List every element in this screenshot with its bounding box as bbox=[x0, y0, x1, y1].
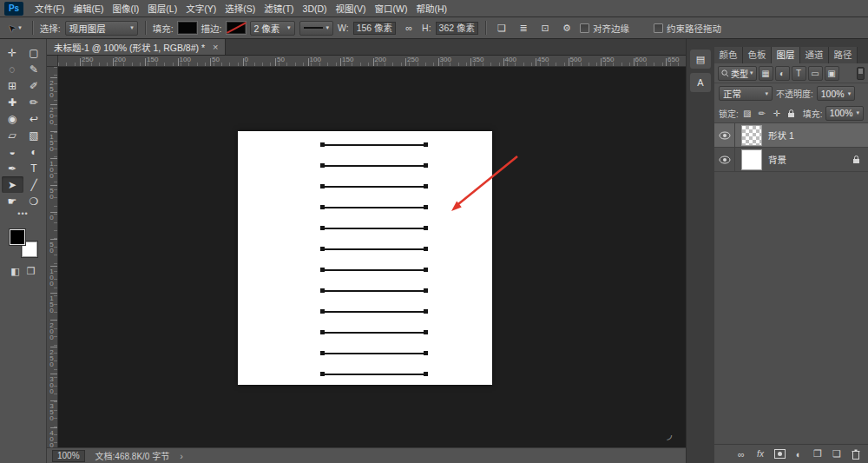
new-layer-button[interactable]: ❏ bbox=[831, 447, 843, 461]
path-operations-button[interactable]: ❏ bbox=[493, 20, 510, 36]
gradient-tool[interactable]: ▧ bbox=[23, 127, 45, 143]
menu-3d[interactable]: 3D(D) bbox=[299, 0, 332, 17]
hand-tool[interactable]: ☛ bbox=[2, 193, 23, 209]
layer-name[interactable]: 形状 1 bbox=[768, 129, 794, 142]
layer-row-background[interactable]: 背景 bbox=[714, 148, 868, 172]
line-shape bbox=[325, 186, 424, 188]
status-expand-arrow[interactable]: › bbox=[180, 451, 183, 461]
lock-transparency-icon[interactable]: ▨ bbox=[741, 107, 753, 120]
visibility-cell[interactable] bbox=[714, 123, 735, 147]
healing-brush-tool[interactable]: ✚ bbox=[2, 94, 23, 110]
tab-layers[interactable]: 图层 bbox=[772, 47, 800, 63]
filter-type-layers-icon[interactable]: T bbox=[792, 66, 806, 81]
filter-smart-objects-icon[interactable]: ▣ bbox=[825, 66, 839, 81]
lock-position-icon[interactable]: ✛ bbox=[771, 107, 783, 120]
tab-color[interactable]: 颜色 bbox=[714, 47, 743, 63]
new-group-button[interactable]: ❐ bbox=[812, 447, 824, 461]
height-field[interactable]: 362 像素 bbox=[436, 22, 478, 35]
menu-window[interactable]: 窗口(W) bbox=[371, 0, 412, 17]
edit-toolbar-button[interactable]: ••• bbox=[17, 209, 28, 221]
foreground-color-swatch[interactable] bbox=[10, 229, 25, 245]
clone-stamp-tool[interactable]: ◉ bbox=[2, 110, 23, 127]
eyedropper-tool[interactable]: ✐ bbox=[23, 77, 45, 94]
align-edges-option[interactable]: 对齐边缘 bbox=[580, 22, 629, 35]
link-layers-button[interactable]: ∞ bbox=[735, 447, 747, 461]
filter-type-dropdown[interactable]: 类型 ▾ bbox=[718, 66, 757, 81]
blur-tool[interactable]: ◒ bbox=[2, 143, 23, 160]
eraser-tool[interactable]: ▱ bbox=[2, 127, 23, 143]
ruler-corner[interactable] bbox=[47, 56, 58, 67]
crop-tool[interactable]: ⊞ bbox=[2, 77, 23, 94]
document-canvas[interactable] bbox=[238, 131, 492, 385]
opacity-dropdown[interactable]: 100% ▾ bbox=[817, 86, 855, 101]
panel-tabs: 颜色 色板 图层 通道 路径 bbox=[714, 47, 868, 63]
quick-selection-tool[interactable]: ✎ bbox=[23, 61, 45, 77]
collapsed-panel-character[interactable]: A bbox=[690, 73, 711, 92]
path-arrangement-button[interactable]: ⊡ bbox=[536, 20, 554, 36]
ruler-horizontal[interactable]: 2502001501005005010015020025030035040045… bbox=[58, 56, 686, 67]
brush-tool[interactable]: ✏ bbox=[23, 94, 45, 110]
link-dimensions-icon[interactable]: ∞ bbox=[400, 20, 418, 36]
menu-help[interactable]: 帮助(H) bbox=[412, 0, 452, 17]
filter-toggle-switch[interactable] bbox=[857, 67, 865, 80]
fill-color-swatch[interactable] bbox=[178, 22, 197, 34]
stroke-color-swatch[interactable] bbox=[227, 22, 246, 34]
zoom-tool[interactable]: ❍ bbox=[23, 193, 45, 209]
menu-image[interactable]: 图像(I) bbox=[108, 0, 143, 17]
tab-swatches[interactable]: 色板 bbox=[743, 47, 772, 63]
collapsed-panel-strip: ▤ A bbox=[686, 39, 714, 463]
filter-shape-layers-icon[interactable]: ▭ bbox=[808, 66, 823, 81]
close-icon[interactable]: × bbox=[213, 42, 218, 52]
menu-layer[interactable]: 图层(L) bbox=[143, 0, 181, 17]
align-edges-checkbox[interactable] bbox=[580, 23, 589, 33]
line-shape-tool[interactable]: ╱ bbox=[23, 176, 45, 193]
menu-view[interactable]: 视图(V) bbox=[332, 0, 371, 17]
tab-paths[interactable]: 路径 bbox=[829, 47, 858, 63]
path-selection-tool[interactable]: ➤ bbox=[2, 176, 23, 193]
layer-style-button[interactable]: fx bbox=[754, 447, 766, 461]
pen-tool[interactable]: ✒ bbox=[2, 160, 23, 176]
menu-type[interactable]: 文字(Y) bbox=[181, 0, 220, 17]
ruler-vertical[interactable]: 25020015010050050100150200250300350400 bbox=[47, 67, 58, 447]
menu-filter[interactable]: 滤镜(T) bbox=[260, 0, 298, 17]
filter-pixel-layers-icon[interactable]: ▦ bbox=[759, 66, 773, 81]
delete-layer-button[interactable] bbox=[850, 447, 862, 461]
lock-pixels-icon[interactable]: ✏ bbox=[756, 107, 768, 120]
zoom-level-field[interactable]: 100% bbox=[52, 450, 85, 462]
layer-row-shape-1[interactable]: 形状 1 bbox=[714, 123, 868, 148]
move-tool[interactable]: ✛ bbox=[2, 44, 23, 61]
lasso-tool[interactable]: ◌ bbox=[2, 61, 23, 77]
menu-select[interactable]: 选择(S) bbox=[220, 0, 260, 17]
quick-mask-button[interactable]: ◧ bbox=[10, 266, 19, 277]
history-brush-tool[interactable]: ↩ bbox=[23, 110, 45, 127]
layer-thumbnail[interactable] bbox=[741, 125, 762, 146]
new-adjustment-layer-button[interactable]: ◐ bbox=[792, 447, 805, 461]
filter-adjustment-layers-icon[interactable]: ◐ bbox=[775, 66, 790, 81]
dodge-tool[interactable]: ◐ bbox=[23, 143, 45, 160]
menu-edit[interactable]: 编辑(E) bbox=[69, 0, 108, 17]
stroke-width-dropdown[interactable]: 2 像素 ▾ bbox=[250, 21, 295, 36]
viewport[interactable]: ◞ bbox=[58, 67, 686, 447]
add-layer-mask-button[interactable] bbox=[773, 447, 786, 461]
document-tab[interactable]: 未标题-1 @ 100% (形状 1, RGB/8#) * × bbox=[47, 39, 226, 55]
collapsed-panel-properties[interactable]: ▤ bbox=[690, 50, 711, 69]
select-mode-dropdown[interactable]: 现用图层 ▾ bbox=[65, 21, 138, 36]
visibility-cell[interactable] bbox=[714, 148, 735, 171]
lock-all-icon[interactable] bbox=[786, 107, 798, 120]
screen-mode-button[interactable]: ❒ bbox=[27, 266, 36, 277]
rectangular-marquee-tool[interactable]: ▢ bbox=[23, 44, 45, 61]
gear-icon[interactable]: ⚙ bbox=[558, 20, 575, 36]
constrain-path-checkbox[interactable] bbox=[654, 23, 663, 33]
blend-mode-dropdown[interactable]: 正常 ▾ bbox=[719, 86, 773, 101]
layer-thumbnail[interactable] bbox=[741, 149, 762, 170]
tool-preset-picker[interactable]: ➤ ▾ bbox=[4, 23, 25, 34]
stroke-style-dropdown[interactable]: ▾ bbox=[299, 21, 334, 36]
menu-file[interactable]: 文件(F) bbox=[30, 0, 69, 17]
constrain-path-option[interactable]: 约束路径拖动 bbox=[654, 22, 721, 35]
tab-channels[interactable]: 通道 bbox=[800, 47, 829, 63]
type-tool[interactable]: T bbox=[23, 160, 45, 176]
fill-opacity-dropdown[interactable]: 100% ▾ bbox=[825, 106, 864, 121]
path-alignment-button[interactable]: ≣ bbox=[515, 20, 532, 36]
width-field[interactable]: 156 像素 bbox=[353, 22, 396, 35]
layer-name[interactable]: 背景 bbox=[768, 153, 786, 166]
